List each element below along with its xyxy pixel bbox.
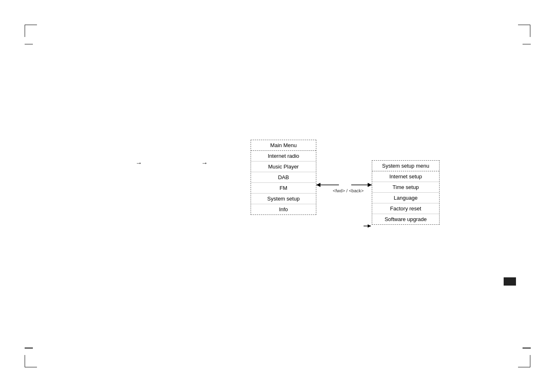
system-setup-menu-title: System setup menu xyxy=(372,161,439,171)
main-menu-title: Main Menu xyxy=(251,140,316,151)
left-arrow-2: → xyxy=(201,159,208,167)
svg-marker-3 xyxy=(368,183,372,187)
menu-item-factory-reset[interactable]: Factory reset xyxy=(372,203,439,214)
svg-marker-1 xyxy=(316,183,320,187)
menu-item-internet-setup[interactable]: Internet setup xyxy=(372,171,439,182)
svg-marker-5 xyxy=(368,224,371,228)
page-marker xyxy=(504,277,516,286)
left-arrow-1: → xyxy=(136,159,142,167)
corner-mark-tr xyxy=(518,25,530,37)
corner-mark-bl xyxy=(25,355,37,367)
menu-item-dab[interactable]: DAB xyxy=(251,172,316,183)
menu-item-software-upgrade[interactable]: Software upgrade xyxy=(372,214,439,224)
menu-item-fm[interactable]: FM xyxy=(251,183,316,194)
menu-item-language[interactable]: Language xyxy=(372,193,439,203)
menu-item-internet-radio[interactable]: Internet radio xyxy=(251,151,316,161)
menu-item-time-setup[interactable]: Time setup xyxy=(372,182,439,193)
menu-item-music-player[interactable]: Music Player xyxy=(251,161,316,172)
system-setup-menu-box: System setup menu Internet setup Time se… xyxy=(372,160,440,225)
menu-item-system-setup[interactable]: System setup xyxy=(251,194,316,204)
main-menu-box: Main Menu Internet radio Music Player DA… xyxy=(251,140,316,215)
menu-item-info[interactable]: Info xyxy=(251,204,316,214)
corner-mark-br xyxy=(518,355,530,367)
software-upgrade-arrow xyxy=(364,223,374,229)
corner-mark-tl xyxy=(25,25,37,37)
